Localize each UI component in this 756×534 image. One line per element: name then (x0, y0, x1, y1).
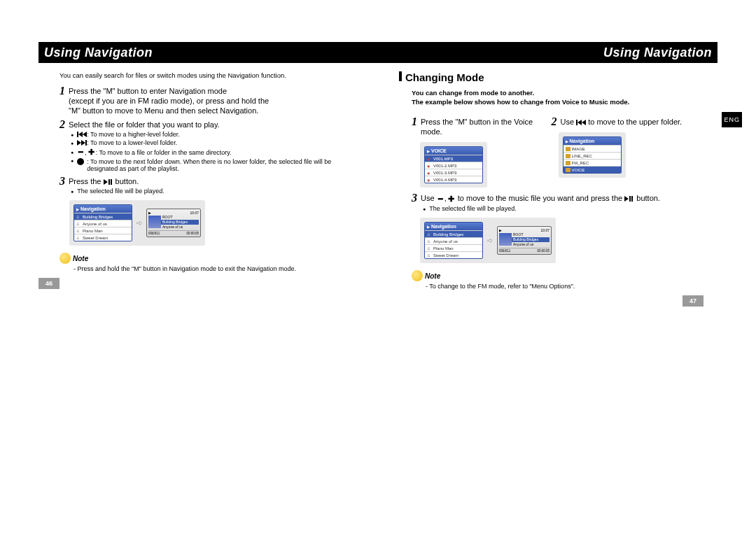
voice-screen: VOICE V001.MP3 V001-2.MP3 V001-3.MP3 V00… (424, 146, 483, 183)
step-3-text: Press the button. (69, 176, 139, 186)
bullet-text: : To move to a file or folder in the sam… (96, 149, 232, 156)
bullet-row: : To move to the next folder down. When … (71, 158, 357, 172)
step-2: 2 Select the file or folder that you wan… (59, 120, 357, 129)
nav-screen-illustration: Navigation IMAGE LINE_REC FM_REC VOICE (559, 132, 626, 178)
album-art (499, 233, 512, 246)
note-block: Note (59, 253, 357, 264)
screen-title: VOICE (425, 147, 482, 155)
svg-rect-14 (631, 196, 633, 202)
section-heading: Changing Mode (399, 71, 704, 83)
header-title-right: Using Navigation (603, 45, 712, 60)
note-icon (412, 270, 423, 281)
step-number: 2 (59, 120, 65, 129)
language-tab: ENG (722, 112, 742, 127)
bullet-row: ━,✚ : To move to a file or folder in the… (71, 148, 357, 157)
step-2: 2 Use to move to the upper folder. (552, 117, 704, 127)
play-pause-icon (624, 196, 634, 202)
screen-title: Navigation (564, 137, 621, 145)
left-column: You can easily search for files or switc… (38, 71, 378, 307)
svg-rect-8 (111, 179, 112, 185)
svg-marker-10 (582, 120, 586, 125)
list-item: FM_REC (564, 159, 621, 166)
clock: 10:07 (190, 211, 199, 215)
note-label: Note (73, 255, 88, 262)
clock: 10:07 (540, 228, 550, 232)
step-3-text: Use ━,✚ to move to the music file you wa… (421, 193, 660, 204)
list-item: Piano Man (74, 227, 132, 234)
list-item: Sweet Dream (425, 251, 482, 258)
svg-rect-7 (108, 179, 110, 185)
page-number: 47 (682, 295, 704, 307)
intro-text: You can easily search for files or switc… (59, 71, 357, 79)
step-1-text: Press the "M" button in the Voice mode. (421, 117, 552, 136)
play-pause-icon (104, 179, 113, 185)
right-column: Changing Mode You can change from mode t… (378, 71, 718, 307)
svg-rect-2 (77, 132, 78, 137)
svg-marker-9 (578, 120, 582, 125)
bullet-row: : To move to a lower-level folder. (71, 139, 357, 146)
note-icon (59, 253, 71, 264)
list-item: LINE_REC (564, 152, 621, 159)
step-2-text: Use to move to the upper folder. (561, 117, 682, 127)
list-item: Building Bridges (74, 213, 132, 220)
bullet-text: : To move to a higher-level folder. (87, 131, 179, 138)
step-number: 2 (552, 117, 557, 127)
step-3: 3 Press the button. (59, 176, 357, 186)
intro-line-2: The example below shows how to change fr… (412, 98, 704, 106)
svg-marker-0 (78, 132, 83, 137)
minus-icon: ━ (78, 148, 83, 157)
note-text: - To change to the FM mode, refer to "Me… (426, 283, 704, 290)
page-number: 46 (38, 278, 59, 289)
list-item: Anyone of us (74, 220, 132, 227)
list-item: V001.MP3 (425, 155, 482, 162)
list-item: Sweet Dream (74, 234, 132, 241)
minus-icon: ━ (438, 194, 443, 204)
step-number: 3 (59, 176, 65, 186)
list-item: IMAGE (564, 145, 621, 152)
play-indicator: ▶ (499, 228, 502, 232)
nav-screen: Navigation Building Bridges Anyone of us… (424, 222, 483, 259)
play-indicator: ▶ (148, 211, 151, 215)
step-1: 1 Press the "M" button to enter Navigati… (59, 86, 357, 115)
screen-title: Navigation (425, 223, 482, 230)
manual-page: Using Navigation Using Navigation ENG Yo… (0, 0, 756, 534)
album-art (148, 216, 161, 228)
intro-line-1: You can change from mode to another. (412, 89, 704, 97)
plus-icon: ✚ (448, 194, 454, 204)
bullet-text: : To move to a lower-level folder. (87, 139, 177, 146)
sub-bullet: The selected file will be played. (423, 205, 704, 212)
step-number: 1 (59, 86, 65, 96)
note-text: - Press and hold the "M" button in Navig… (74, 265, 357, 272)
svg-marker-12 (624, 196, 629, 202)
header-title-left: Using Navigation (44, 45, 153, 60)
svg-marker-3 (77, 140, 81, 146)
svg-rect-13 (629, 196, 631, 202)
list-item: VOICE (564, 166, 621, 173)
svg-marker-4 (81, 140, 85, 146)
arrow-icon: ➪ (487, 237, 493, 244)
playback-screen: ▶10:07 ROOT Building Bridges Anyone of u… (146, 209, 201, 237)
heading-bar-icon (399, 71, 402, 81)
arrow-icon: ➪ (136, 219, 142, 227)
rewind-icon (77, 132, 87, 137)
list-item: V001-3.MP3 (425, 169, 482, 176)
list-item: V001-4.MP3 (425, 176, 482, 183)
svg-rect-11 (576, 120, 578, 125)
list-item: V001-2.MP3 (425, 162, 482, 169)
voice-screen-illustration: VOICE V001.MP3 V001-2.MP3 V001-3.MP3 V00… (420, 142, 487, 188)
step-number: 1 (412, 117, 417, 127)
list-item: Piano Man (425, 244, 482, 251)
header-bar: Using Navigation Using Navigation (38, 42, 718, 63)
list-item: Building Bridges (425, 230, 482, 237)
screen-title: Navigation (74, 205, 132, 213)
note-block: Note (412, 270, 704, 281)
nav-folder-screen: Navigation IMAGE LINE_REC FM_REC VOICE (563, 136, 622, 174)
playback-screen: ▶10:07 ROOT Building Bridges Anyone of u… (497, 226, 552, 255)
plus-icon: ✚ (88, 148, 94, 157)
svg-marker-6 (104, 179, 108, 185)
nav-screen: Navigation Building Bridges Anyone of us… (74, 204, 132, 241)
rewind-icon (576, 120, 586, 125)
forward-icon (77, 140, 87, 146)
step-1-text: Press the "M" button to enter Navigation… (69, 86, 269, 115)
step-2-text: Select the file or folder that you want … (69, 120, 220, 129)
